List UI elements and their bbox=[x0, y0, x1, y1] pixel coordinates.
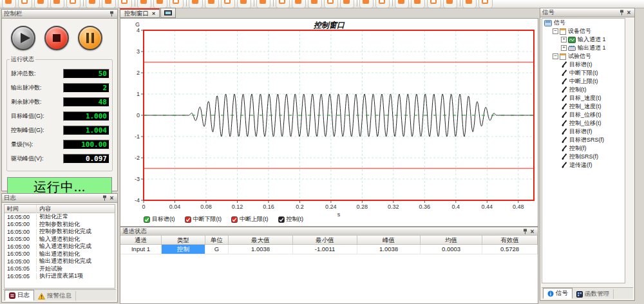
test-group-icon bbox=[560, 53, 566, 60]
tab-函数管理[interactable]: 函数管理 bbox=[573, 289, 614, 299]
tab-label: 函数管理 bbox=[585, 290, 609, 298]
pin-icon[interactable] bbox=[618, 9, 625, 16]
channel-status-titlebar: 通道状态 × bbox=[120, 227, 538, 236]
legend-item[interactable]: 目标谱(t) bbox=[144, 215, 175, 223]
application-window: 控制栏 运行状态 脉冲总数:50输出脉冲数:2剩余脉冲数:48目标峰值(G):1… bbox=[0, 0, 644, 304]
toolbar-icon[interactable] bbox=[34, 0, 48, 8]
toolbar-icon[interactable] bbox=[50, 0, 64, 8]
close-icon[interactable]: × bbox=[529, 228, 536, 235]
toolbar-icon-glyph bbox=[363, 0, 369, 4]
signal-icon bbox=[561, 95, 567, 102]
tree-item-目标谱(f)[interactable]: 目标谱(f) bbox=[542, 128, 625, 136]
tree-item-中断上限(t)[interactable]: 中断上限(t) bbox=[542, 77, 625, 86]
tree-item-目标_速度(t)[interactable]: 目标_速度(t) bbox=[542, 94, 625, 102]
tab-报警信息[interactable]: 报警信息 bbox=[34, 291, 76, 301]
log-row[interactable]: 16:05:05执行进度表第1项 bbox=[5, 272, 115, 280]
channel-row[interactable]: Input 1控制G1.0038-1.00111.00380.00030.572… bbox=[120, 245, 538, 254]
collapse-icon[interactable]: − bbox=[553, 28, 558, 34]
pin-icon[interactable] bbox=[108, 10, 115, 17]
status-field-row: 驱动峰值(V):0.097 bbox=[11, 154, 109, 164]
legend-checkbox-icon[interactable] bbox=[185, 216, 191, 223]
toolbar-icon[interactable] bbox=[2, 0, 16, 8]
toolbar-icon-glyph bbox=[327, 0, 334, 4]
signal-icon bbox=[561, 86, 567, 93]
svg-text:0: 0 bbox=[137, 112, 140, 119]
log-icon bbox=[9, 292, 15, 299]
tree-item-逆传递(f)[interactable]: 逆传递(f) bbox=[542, 161, 625, 169]
status-field-value: 50 bbox=[63, 69, 109, 79]
channel-status-panel: 通道状态 × 通道类型单位最大值最小值峰值均值有效值Input 1控制G1.00… bbox=[120, 227, 538, 304]
stop-button[interactable] bbox=[44, 26, 69, 50]
legend-item[interactable]: 中断下限(t) bbox=[185, 215, 222, 223]
collapse-icon[interactable]: − bbox=[553, 53, 558, 59]
toolbar-icon[interactable] bbox=[18, 0, 32, 8]
status-field-label: 剩余脉冲数: bbox=[11, 98, 42, 106]
log-tabbar: 日志报警信息 bbox=[3, 289, 116, 301]
tree-item-试验信号[interactable]: −试验信号 bbox=[542, 52, 625, 61]
tree-item-label: 信号 bbox=[554, 19, 565, 27]
tree-item-输入通道 1[interactable]: +输入通道 1 bbox=[542, 35, 625, 44]
tree-item-输出通道 1[interactable]: +输出通道 1 bbox=[542, 44, 625, 52]
play-icon bbox=[21, 33, 30, 43]
tree-item-控制_位移(t)[interactable]: 控制_位移(t) bbox=[542, 119, 625, 128]
pause-button[interactable] bbox=[78, 26, 102, 50]
tab-日志[interactable]: 日志 bbox=[5, 290, 34, 301]
status-field-value: 48 bbox=[63, 97, 109, 107]
legend-checkbox-icon[interactable] bbox=[278, 216, 285, 223]
status-field-row: 输出脉冲数:2 bbox=[11, 83, 109, 93]
snapshot-tab-button[interactable] bbox=[160, 8, 176, 18]
close-icon[interactable]: × bbox=[108, 195, 115, 202]
pin-icon[interactable] bbox=[522, 228, 529, 235]
tab-control-window[interactable]: 控制窗口 × bbox=[120, 8, 160, 18]
toolbar-icon[interactable] bbox=[66, 0, 80, 8]
legend-label: 中断下限(t) bbox=[193, 215, 222, 223]
tree-item-设备信号[interactable]: −设备信号 bbox=[542, 27, 625, 35]
legend-item[interactable]: 中断上限(t) bbox=[231, 215, 269, 223]
legend-label: 中断上限(t) bbox=[240, 215, 269, 223]
tree-item-目标谱SRS(f)[interactable]: 目标谱SRS(f) bbox=[542, 136, 625, 144]
toolbar-icon-glyph bbox=[398, 0, 404, 4]
toolbar-icon-glyph bbox=[379, 0, 385, 4]
expand-icon[interactable]: + bbox=[561, 45, 567, 51]
play-button[interactable] bbox=[11, 26, 35, 50]
tree-item-label: 设备信号 bbox=[568, 27, 591, 35]
channel-col-通道: 通道 bbox=[120, 236, 162, 244]
toolbar-icon-glyph bbox=[482, 0, 488, 4]
toolbar-separator bbox=[392, 0, 393, 6]
tree-item-控制_速度(t)[interactable]: 控制_速度(t) bbox=[542, 102, 625, 111]
pause-icon bbox=[86, 33, 94, 43]
svg-text:0.28: 0.28 bbox=[357, 204, 368, 210]
toolbar-icon[interactable] bbox=[86, 0, 100, 8]
legend-checkbox-icon[interactable] bbox=[144, 216, 150, 223]
tree-item-控制SRS(f)[interactable]: 控制SRS(f) bbox=[542, 153, 625, 161]
tree-item-label: 试验信号 bbox=[568, 52, 591, 61]
log-time: 16:05:05 bbox=[5, 273, 37, 280]
legend-checkbox-icon[interactable] bbox=[231, 216, 238, 223]
status-field-row: 目标峰值(G):1.000 bbox=[11, 111, 109, 121]
expand-icon[interactable]: + bbox=[561, 37, 567, 43]
tab-label: 报警信息 bbox=[47, 292, 71, 300]
status-field-value: 0.097 bbox=[63, 154, 109, 164]
control-bar-panel: 控制栏 运行状态 脉冲总数:50输出脉冲数:2剩余脉冲数:48目标峰值(G):1… bbox=[1, 9, 118, 191]
tree-item-中断下限(t)[interactable]: 中断下限(t) bbox=[542, 69, 625, 77]
signal-icon bbox=[561, 111, 567, 119]
tree-item-label: 目标_速度(t) bbox=[569, 94, 601, 102]
log-title: 日志 bbox=[4, 194, 101, 202]
toolbar-icon-glyph bbox=[414, 0, 421, 4]
close-icon[interactable]: × bbox=[625, 9, 632, 16]
tree-item-label: 逆传递(f) bbox=[569, 161, 592, 169]
tree-item-控制(t)[interactable]: 控制(t) bbox=[542, 86, 625, 94]
legend-item[interactable]: 控制(t) bbox=[278, 215, 304, 223]
waveform-plot[interactable]: 43210-1-2-3-4G00.040.080.120.160.20.240.… bbox=[120, 19, 539, 227]
tree-item-目标_位移(t)[interactable]: 目标_位移(t) bbox=[542, 111, 625, 119]
output-channel-icon bbox=[568, 45, 576, 52]
tree-item-信号[interactable]: 信号 bbox=[542, 19, 625, 27]
pin-icon[interactable] bbox=[101, 195, 108, 202]
tree-item-label: 目标谱(t) bbox=[569, 61, 592, 69]
toolbar-icon[interactable] bbox=[102, 0, 116, 8]
tab-信号[interactable]: 信号 bbox=[543, 288, 573, 299]
tree-item-控制(f)[interactable]: 控制(f) bbox=[542, 144, 625, 153]
tree-item-目标谱(t)[interactable]: 目标谱(t) bbox=[542, 61, 625, 69]
channel-cell: 控制 bbox=[162, 245, 205, 254]
close-icon[interactable]: × bbox=[152, 10, 155, 17]
